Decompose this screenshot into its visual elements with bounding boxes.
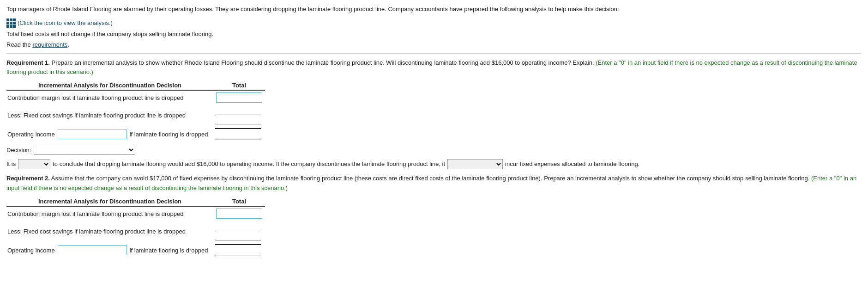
- intro-line3: Read the requirements.: [6, 40, 862, 49]
- table2-row1-input[interactable]: [216, 209, 262, 219]
- operating-income-row: Operating income if laminate flooring is…: [7, 129, 211, 139]
- analysis-icon-link[interactable]: (Click the icon to view the analysis.): [6, 18, 113, 28]
- click-icon-label: (Click the icon to view the analysis.): [18, 19, 113, 26]
- req1-label: Requirement 1.: [6, 59, 50, 66]
- intro-line2: Total fixed costs will not change if the…: [6, 30, 862, 39]
- table1-row3-mid: if laminate flooring is dropped: [130, 131, 208, 138]
- table2-row1-input-cell: [213, 206, 265, 221]
- table1-row3-input[interactable]: [58, 129, 127, 139]
- it-is-row: It is correct incorrect to conclude that…: [6, 159, 862, 169]
- table1-row1-label: Contribution margin lost if laminate flo…: [6, 90, 213, 104]
- table2-row3-input[interactable]: [58, 245, 127, 255]
- req2-body: Assume that the company can avoid $17,00…: [51, 175, 810, 182]
- table-row: Operating income if laminate flooring is…: [6, 126, 265, 142]
- it-is-prefix: It is: [6, 159, 16, 169]
- table1-row1-input[interactable]: [216, 92, 262, 103]
- table-row: Contribution margin lost if laminate flo…: [6, 90, 265, 104]
- it-is-middle: to conclude that dropping laminate floor…: [53, 159, 445, 169]
- req2-text: Requirement 2. Assume that the company c…: [6, 174, 862, 193]
- decision-dropdown[interactable]: Keep the product line Drop the product l…: [34, 145, 135, 155]
- table2-row3-label: Operating income: [7, 247, 55, 254]
- requirements-link[interactable]: requirements: [32, 41, 67, 48]
- table-row: Less: Fixed cost savings if laminate flo…: [6, 221, 265, 242]
- table1-row3-total-box: [215, 128, 261, 140]
- table2-header-left: Incremental Analysis for Discontinuation…: [6, 197, 213, 206]
- req1-text: Requirement 1. Prepare an incremental an…: [6, 58, 862, 78]
- table1-row2-input-cell: [213, 104, 265, 126]
- table2-row2-savings: [215, 222, 263, 240]
- decision-row: Decision: Keep the product line Drop the…: [6, 145, 862, 155]
- table1-row1-input-cell: [213, 90, 265, 104]
- table1-header-left: Incremental Analysis for Discontinuation…: [6, 81, 213, 90]
- decision-label: Decision:: [6, 147, 31, 154]
- requirement2-block: Requirement 2. Assume that the company c…: [6, 174, 862, 193]
- savings-line-1: [215, 106, 261, 115]
- table-row: Contribution margin lost if laminate flo…: [6, 206, 265, 221]
- req1-body: Prepare an incremental analysis to show …: [52, 59, 594, 66]
- table2-row1-label: Contribution margin lost if laminate flo…: [6, 206, 213, 221]
- savings-line-2: [215, 232, 261, 240]
- table-row: Less: Fixed cost savings if laminate flo…: [6, 104, 265, 126]
- table2-row3-label-cell: Operating income if laminate flooring is…: [6, 242, 213, 258]
- table2-row3-total-box: [215, 244, 261, 256]
- table2-header-right: Total: [213, 197, 265, 206]
- will-incur-dropdown[interactable]: will will not: [447, 159, 503, 169]
- table1: Incremental Analysis for Discontinuation…: [6, 81, 265, 142]
- grid-icon: [6, 18, 16, 28]
- req2-label: Requirement 2.: [6, 175, 50, 182]
- table1-header-right: Total: [213, 81, 265, 90]
- intro-line1: Top managers of Rhode Island Flooring ar…: [6, 5, 862, 14]
- table2-row2-label: Less: Fixed cost savings if laminate flo…: [6, 221, 213, 242]
- table1-row2-savings: [215, 106, 263, 124]
- table2: Incremental Analysis for Discontinuation…: [6, 197, 265, 258]
- table1-row3-label-cell: Operating income if laminate flooring is…: [6, 126, 213, 142]
- it-is-dropdown[interactable]: correct incorrect: [18, 159, 50, 169]
- table2-row2-input-cell: [213, 221, 265, 242]
- operating-income-row2: Operating income if laminate flooring is…: [7, 245, 211, 255]
- it-is-suffix: incur fixed expenses allocated to lamina…: [505, 159, 639, 169]
- divider: [6, 53, 862, 54]
- table1-row2-label: Less: Fixed cost savings if laminate flo…: [6, 104, 213, 126]
- table1-row3-total-cell: [213, 126, 265, 142]
- table-row: Operating income if laminate flooring is…: [6, 242, 265, 258]
- savings-line-2: [215, 116, 261, 124]
- savings-line-1: [215, 222, 261, 231]
- table2-row3-total-cell: [213, 242, 265, 258]
- requirement1-block: Requirement 1. Prepare an incremental an…: [6, 58, 862, 78]
- table2-row3-mid: if laminate flooring is dropped: [130, 247, 208, 254]
- table1-row3-label: Operating income: [7, 131, 55, 138]
